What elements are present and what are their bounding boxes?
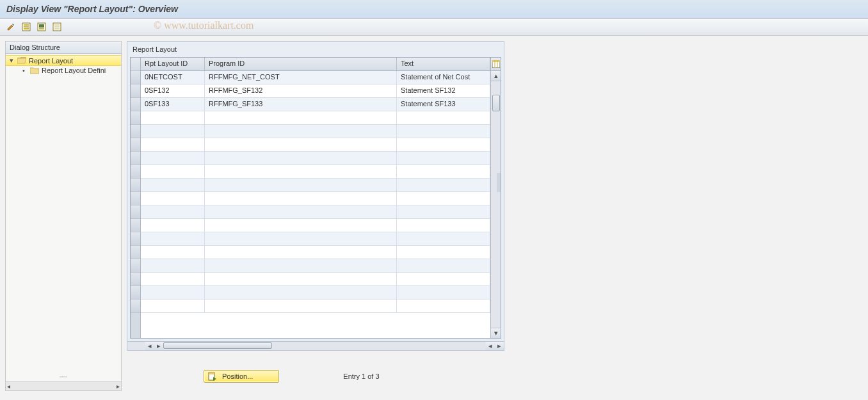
row-header-cell[interactable] (131, 71, 140, 84)
table-row[interactable] (141, 111, 490, 125)
row-header-cell[interactable] (131, 111, 140, 125)
table-cell[interactable] (397, 125, 490, 138)
table-cell[interactable] (141, 300, 205, 312)
column-header-text[interactable]: Text (397, 58, 490, 70)
table-cell[interactable] (141, 152, 205, 164)
row-header-cell[interactable] (131, 205, 140, 219)
table-row[interactable] (141, 219, 490, 232)
table-cell[interactable] (397, 179, 490, 191)
table-settings-button[interactable] (491, 58, 501, 71)
scroll-right-icon[interactable]: ▸ (495, 342, 504, 350)
select-block-button[interactable] (36, 21, 47, 33)
table-cell[interactable] (205, 246, 397, 259)
table-cell[interactable] (397, 232, 490, 245)
table-cell[interactable] (205, 219, 397, 232)
grid-h-scrollbar[interactable]: ◂ ▸ ◂ ▸ (127, 342, 504, 351)
table-cell[interactable] (397, 286, 490, 299)
row-header-cell[interactable] (131, 232, 140, 246)
tree-node-report-layout-defini[interactable]: • Report Layout Defini (6, 66, 121, 75)
table-cell[interactable]: Statement SF133 (397, 98, 490, 111)
table-cell[interactable]: 0NETCOST (141, 71, 205, 84)
scroll-up-icon[interactable]: ▴ (491, 71, 501, 81)
table-cell[interactable] (205, 152, 397, 164)
table-cell[interactable] (397, 165, 490, 178)
row-header-cell[interactable] (131, 259, 140, 273)
table-cell[interactable] (141, 125, 205, 138)
scroll-left-icon[interactable]: ◂ (145, 342, 154, 350)
table-cell[interactable] (205, 179, 397, 191)
table-cell[interactable]: Statement SF132 (397, 84, 490, 97)
table-cell[interactable]: 0SF132 (141, 84, 205, 97)
row-header-cell[interactable] (131, 165, 140, 179)
row-header-cell[interactable] (131, 138, 140, 152)
table-cell[interactable] (397, 259, 490, 272)
h-scroll-thumb[interactable] (163, 342, 272, 349)
tree-resize-handle[interactable]: ┄┄ (60, 374, 67, 380)
table-row[interactable] (141, 165, 490, 179)
select-all-button[interactable] (20, 21, 32, 33)
row-header-cell[interactable] (131, 84, 140, 98)
table-cell[interactable] (397, 192, 490, 205)
position-button[interactable]: Position... (204, 370, 279, 383)
row-header-cell[interactable] (131, 286, 140, 300)
table-cell[interactable] (397, 111, 490, 124)
table-cell[interactable] (397, 273, 490, 285)
table-row[interactable] (141, 246, 490, 259)
row-header-cell[interactable] (131, 125, 140, 138)
column-header-program-id[interactable]: Program ID (205, 58, 397, 70)
table-row[interactable] (141, 286, 490, 300)
table-cell[interactable] (205, 259, 397, 272)
table-cell[interactable] (205, 273, 397, 285)
table-cell[interactable] (205, 286, 397, 299)
scroll-left-icon[interactable]: ◂ (7, 383, 10, 390)
table-row[interactable]: 0SF133RFFMFG_SF133Statement SF133 (141, 98, 490, 111)
table-cell[interactable] (205, 111, 397, 124)
table-cell[interactable] (141, 192, 205, 205)
change-button[interactable] (5, 21, 17, 33)
table-cell[interactable] (397, 219, 490, 232)
scroll-down-icon[interactable]: ▾ (491, 328, 501, 338)
table-cell[interactable] (205, 138, 397, 151)
table-row[interactable] (141, 138, 490, 152)
table-row[interactable] (141, 273, 490, 286)
table-cell[interactable] (397, 152, 490, 164)
tree-node-report-layout[interactable]: ▾ Report Layout (6, 55, 121, 66)
table-cell[interactable]: RFFMFG_NET_COST (205, 71, 397, 84)
table-cell[interactable] (205, 125, 397, 138)
table-cell[interactable] (205, 300, 397, 312)
table-cell[interactable] (141, 138, 205, 151)
table-cell[interactable] (397, 138, 490, 151)
table-cell[interactable] (141, 165, 205, 178)
table-row[interactable] (141, 125, 490, 138)
scroll-left-step-icon[interactable]: ◂ (486, 342, 495, 350)
table-cell[interactable] (205, 192, 397, 205)
scroll-right-step-icon[interactable]: ▸ (154, 342, 163, 350)
table-cell[interactable] (141, 111, 205, 124)
table-row[interactable] (141, 192, 490, 205)
row-header-cell[interactable] (131, 98, 140, 111)
table-cell[interactable] (397, 246, 490, 259)
table-cell[interactable]: 0SF133 (141, 98, 205, 111)
h-scroll-track[interactable] (163, 342, 486, 350)
table-cell[interactable]: Statement of Net Cost (397, 71, 490, 84)
table-cell[interactable] (205, 165, 397, 178)
table-cell[interactable] (141, 205, 205, 218)
tree-toggle-icon[interactable]: ▾ (10, 56, 16, 65)
table-cell[interactable] (141, 179, 205, 191)
row-header-cell[interactable] (131, 179, 140, 192)
row-header-cell[interactable] (131, 273, 140, 286)
table-row[interactable]: 0SF132RFFMFG_SF132Statement SF132 (141, 84, 490, 98)
table-row[interactable] (141, 232, 490, 246)
table-cell[interactable] (141, 232, 205, 245)
table-row[interactable] (141, 259, 490, 273)
v-scroll-thumb[interactable] (492, 95, 500, 111)
table-cell[interactable] (141, 219, 205, 232)
table-row[interactable] (141, 205, 490, 219)
row-header-cell[interactable] (131, 246, 140, 259)
table-cell[interactable] (205, 205, 397, 218)
table-cell[interactable] (141, 273, 205, 285)
deselect-all-button[interactable] (51, 21, 63, 33)
table-row[interactable]: 0NETCOSTRFFMFG_NET_COSTStatement of Net … (141, 71, 490, 84)
table-cell[interactable] (397, 300, 490, 312)
table-cell[interactable] (205, 232, 397, 245)
